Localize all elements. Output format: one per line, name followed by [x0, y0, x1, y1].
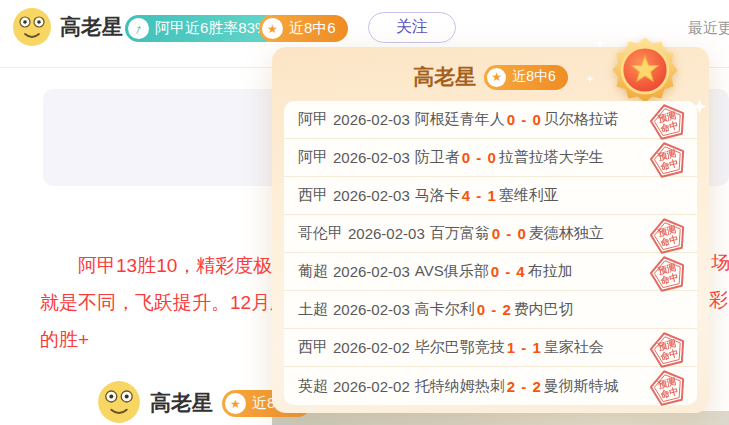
home-team: 托特纳姆热刺 [415, 377, 505, 396]
match-row[interactable]: 土超 2026-02-03 高卡尔利 0 - 2 费内巴切 [284, 291, 697, 329]
home-team: 毕尔巴鄂竞技 [415, 338, 505, 357]
match-row[interactable]: 哥伦甲 2026-02-03 百万富翁 0 - 0 麦德林独立 预测 命中 [284, 215, 697, 253]
win-rate-badge-label: 阿甲近6胜率83% [155, 19, 268, 38]
match-date: 2026-02-03 [333, 149, 410, 166]
prediction-hit-stamp: 预测 命中 [644, 251, 692, 296]
streak-badge-label: 近8中6 [289, 19, 336, 38]
win-rate-badge: ↑ 阿甲近6胜率83% [125, 15, 280, 42]
away-team: 皇家社会 [544, 338, 604, 357]
match-row[interactable]: 西甲 2026-02-03 马洛卡 4 - 1 塞维利亚 [284, 177, 697, 215]
user-name[interactable]: 高老星 [150, 389, 213, 417]
league-label: 英超 [298, 377, 328, 396]
match-date: 2026-02-03 [333, 187, 410, 204]
avatar[interactable] [12, 7, 52, 47]
arrow-up-icon: ↑ [128, 18, 149, 39]
star-icon: ★ [225, 393, 246, 414]
recent-update-link[interactable]: 最近更 [688, 19, 729, 38]
away-team: 布拉加 [528, 262, 573, 281]
match-score: 0 - 2 [477, 301, 512, 318]
match-score: 0 - 0 [492, 225, 527, 242]
prediction-hit-stamp: 预测 命中 [644, 213, 692, 258]
league-label: 葡超 [298, 262, 328, 281]
prediction-popup: 高老星 ★ 近8中6 [272, 47, 709, 413]
popup-streak-badge-label: 近8中6 [512, 68, 556, 86]
match-row[interactable]: 葡超 2026-02-03 AVS俱乐部 0 - 4 布拉加 预测 命中 [284, 253, 697, 291]
match-score: 0 - 4 [491, 263, 526, 280]
analysis-note-line: 就是不同，飞跃提升。12月胜 [40, 284, 291, 321]
page: 高老星 ↑ 阿甲近6胜率83% ★ 近8中6 关注 最近更 阿甲13胜10，精彩… [0, 0, 729, 425]
analysis-note-line: 的胜+ [40, 321, 291, 358]
away-team: 曼彻斯特城 [544, 377, 619, 396]
match-score: 1 - 1 [507, 339, 542, 356]
sparkle-icon [594, 37, 606, 49]
streak-badge: ★ 近8中6 [259, 15, 348, 42]
league-label: 土超 [298, 300, 328, 319]
gold-medal-icon [610, 35, 680, 105]
away-team: 拉普拉塔大学生 [499, 148, 604, 167]
follow-button[interactable]: 关注 [368, 12, 456, 43]
smiley-avatar-icon [12, 7, 52, 47]
clipped-text-fragment: 彩 [709, 287, 728, 313]
match-row[interactable]: 英超 2026-02-02 托特纳姆热刺 2 - 2 曼彻斯特城 预测 命中 [284, 367, 697, 405]
league-label: 阿甲 [298, 110, 328, 129]
match-date: 2026-02-03 [333, 301, 410, 318]
clipped-text-fragment: 场 [711, 250, 729, 276]
prediction-hit-stamp: 预测 命中 [644, 327, 692, 372]
smiley-avatar-icon [97, 380, 141, 424]
match-row[interactable]: 阿甲 2026-02-03 防卫者 0 - 0 拉普拉塔大学生 预测 命中 [284, 139, 697, 177]
sparkle-icon [692, 99, 707, 114]
match-score: 0 - 0 [462, 149, 497, 166]
match-date: 2026-02-03 [333, 263, 410, 280]
home-team: 高卡尔利 [415, 300, 475, 319]
prediction-hit-stamp: 预测 命中 [644, 99, 692, 144]
match-row[interactable]: 西甲 2026-02-02 毕尔巴鄂竞技 1 - 1 皇家社会 预测 命中 [284, 329, 697, 367]
league-label: 哥伦甲 [298, 224, 343, 243]
analysis-note-line: 阿甲13胜10，精彩度极高 [40, 247, 291, 284]
popup-title: 高老星 [413, 63, 476, 91]
match-score: 0 - 0 [507, 111, 542, 128]
prediction-hit-stamp: 预测 命中 [644, 137, 692, 182]
background-strip [272, 411, 729, 425]
star-icon: ★ [487, 68, 506, 87]
match-date: 2026-02-02 [333, 339, 410, 356]
away-team: 贝尔格拉诺 [544, 110, 619, 129]
home-team: 阿根廷青年人 [415, 110, 505, 129]
analysis-note: 阿甲13胜10，精彩度极高 就是不同，飞跃提升。12月胜 的胜+ [40, 247, 291, 358]
home-team: AVS俱乐部 [415, 262, 489, 281]
away-team: 费内巴切 [514, 300, 574, 319]
star-icon: ★ [262, 18, 283, 39]
match-score: 4 - 1 [462, 187, 497, 204]
home-team: 百万富翁 [430, 224, 490, 243]
league-label: 西甲 [298, 338, 328, 357]
match-result-list: 阿甲 2026-02-03 阿根廷青年人 0 - 0 贝尔格拉诺 预测 命中 阿… [284, 101, 697, 405]
match-score: 2 - 2 [507, 378, 542, 395]
popup-streak-badge: ★ 近8中6 [484, 65, 568, 90]
league-label: 西甲 [298, 186, 328, 205]
home-team: 防卫者 [415, 148, 460, 167]
user-name[interactable]: 高老星 [60, 13, 123, 41]
league-label: 阿甲 [298, 148, 328, 167]
sparkle-icon [586, 75, 594, 83]
home-team: 马洛卡 [415, 186, 460, 205]
avatar[interactable] [97, 380, 141, 424]
away-team: 塞维利亚 [499, 186, 559, 205]
away-team: 麦德林独立 [529, 224, 604, 243]
match-row[interactable]: 阿甲 2026-02-03 阿根廷青年人 0 - 0 贝尔格拉诺 预测 命中 [284, 101, 697, 139]
prediction-hit-stamp: 预测 命中 [644, 365, 692, 410]
match-date: 2026-02-03 [333, 111, 410, 128]
match-date: 2026-02-03 [348, 225, 425, 242]
match-date: 2026-02-02 [333, 378, 410, 395]
